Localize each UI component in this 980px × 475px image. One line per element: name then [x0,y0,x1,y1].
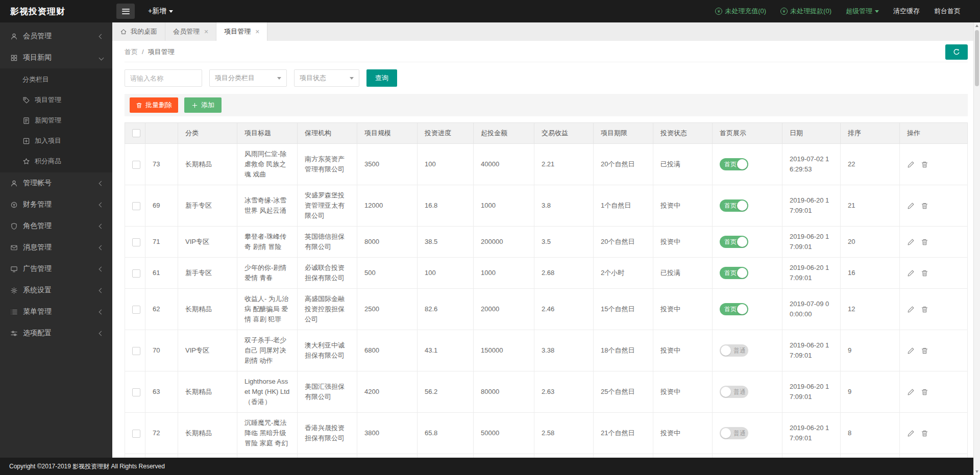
display-toggle[interactable]: 普通 [720,427,748,439]
sidebar-item[interactable]: 项目新闻 [0,47,112,68]
admin-account-menu[interactable]: 超级管理 [846,7,879,16]
row-checkbox[interactable] [132,269,140,278]
edit-icon[interactable] [907,430,915,437]
edit-icon[interactable] [907,161,915,168]
pending-withdraw-link[interactable]: ¥ 未处理提款(0) [780,7,831,16]
display-toggle[interactable]: 首页 [720,199,748,212]
toggle-label: 首页 [724,239,737,245]
cell-agency: 南方东英资产管理有限公司 [298,144,357,185]
display-toggle[interactable]: 首页 [720,236,748,248]
row-checkbox[interactable] [132,430,140,438]
edit-icon[interactable] [907,269,915,277]
sidebar-item[interactable]: 消息管理 [0,237,112,258]
scroll-down-button[interactable] [974,468,980,475]
col-display: 首页展示 [713,123,782,144]
tab[interactable]: 项目管理× [216,22,267,41]
close-icon[interactable]: × [255,28,259,36]
row-checkbox[interactable] [132,238,140,246]
delete-icon[interactable] [921,388,928,396]
edit-icon[interactable] [907,347,915,355]
sidebar-subitem[interactable]: 积分商品 [0,151,112,171]
name-search-input[interactable] [125,69,202,87]
add-button[interactable]: 添加 [184,97,222,113]
sidebar-item-label: 选项配置 [23,329,52,338]
batch-delete-button[interactable]: 批量删除 [130,97,178,113]
table-row: 62长期精品收益人- 为儿治病 配醣骗局 爱情 喜剧 犯罪高盛国际金融投资控股担… [125,289,968,330]
scroll-up-button[interactable] [974,22,980,29]
category-select[interactable]: 项目分类栏目 [209,69,287,87]
delete-icon[interactable] [921,430,928,437]
cell-period: 18个自然日 [594,330,653,371]
sidebar-item[interactable]: 广告管理 [0,258,112,280]
row-checkbox[interactable] [132,202,140,210]
col-status: 投资状态 [653,123,713,144]
delete-icon[interactable] [921,202,928,210]
cell-min-invest: 40000 [474,144,534,185]
user-icon [10,180,18,187]
row-checkbox[interactable] [132,388,140,396]
sidebar-subitem[interactable]: 分类栏目 [0,69,112,90]
edit-icon[interactable] [907,306,915,313]
search-button[interactable]: 查询 [366,69,397,87]
sidebar-item[interactable]: 系统设置 [0,280,112,301]
projects-table: 分类 项目标题 保理机构 项目规模 投资进度 起投金额 交易收益 项目期限 投资… [125,122,968,458]
delete-icon[interactable] [921,161,928,168]
sidebar-subitem[interactable]: 项目管理 [0,90,112,110]
front-home-link[interactable]: 前台首页 [934,7,961,16]
close-icon[interactable]: × [204,28,208,36]
row-checkbox[interactable] [132,161,140,169]
sidebar-item[interactable]: 管理帐号 [0,172,112,194]
cell-agency: 必诚联合投资担保有限公司 [298,258,357,289]
pending-recharge-link[interactable]: ¥ 未处理充值(0) [715,7,766,16]
delete-icon[interactable] [921,347,928,355]
sidebar-item-label: 会员管理 [23,32,52,41]
cell-ops [900,258,968,289]
sidebar-item[interactable]: 菜单管理 [0,301,112,322]
sidebar-item-label: 项目新闻 [23,53,52,62]
sidebar-item[interactable]: 角色管理 [0,215,112,237]
row-checkbox[interactable] [132,347,140,355]
cell-date: 2019-06-20 17:09:01 [782,330,841,371]
cell-agency: 香港兴晟投资担保有限公司 [298,413,357,454]
delete-icon[interactable] [921,238,928,246]
cell-category: VIP专区 [178,330,237,371]
display-toggle[interactable]: 普通 [720,344,748,357]
scrollbar-thumb[interactable] [975,30,979,86]
tab[interactable]: 我的桌面 [112,22,165,41]
breadcrumb-home[interactable]: 首页 [125,47,138,57]
tab-label: 会员管理 [173,27,200,36]
tab[interactable]: 会员管理× [165,22,216,41]
sidebar-subitem[interactable]: 加入项目 [0,131,112,151]
sidebar-item[interactable]: 选项配置 [0,322,112,344]
refresh-button[interactable] [945,44,968,60]
refresh-icon [952,48,961,56]
cell-profit: 2.21 [534,144,594,185]
display-toggle[interactable]: 首页 [720,303,748,315]
clear-cache-button[interactable]: 清空缓存 [893,7,920,16]
sidebar-item[interactable]: 财务管理 [0,194,112,215]
edit-icon[interactable] [907,202,915,210]
delete-icon[interactable] [921,269,928,277]
sidebar-item[interactable]: 会员管理 [0,26,112,47]
chevron-left-icon [99,309,104,314]
display-toggle[interactable]: 普通 [720,386,748,398]
filter-bar: 项目分类栏目 项目状态 查询 [125,69,968,87]
select-all-checkbox[interactable] [132,129,140,137]
chevron-left-icon [99,245,104,250]
cell-agency: 澳大利亚中诚担保有限公司 [298,330,357,371]
sidebar-toggle-button[interactable] [116,4,135,19]
add-new-dropdown[interactable]: +新增 [148,7,173,16]
delete-icon[interactable] [921,306,928,313]
display-toggle[interactable]: 首页 [720,158,748,170]
row-checkbox[interactable] [132,306,140,314]
edit-icon[interactable] [907,388,915,396]
display-toggle[interactable]: 首页 [720,267,748,279]
cell-progress: 65.8 [418,413,474,454]
status-select[interactable]: 项目状态 [294,69,359,87]
chevron-down-icon [875,10,879,13]
sidebar-subitem[interactable]: 新闻管理 [0,110,112,131]
cell-category: 长期精品 [178,144,237,185]
cell-category: 长期精品 [178,371,237,413]
edit-icon[interactable] [907,238,915,246]
chevron-left-icon [99,223,104,229]
